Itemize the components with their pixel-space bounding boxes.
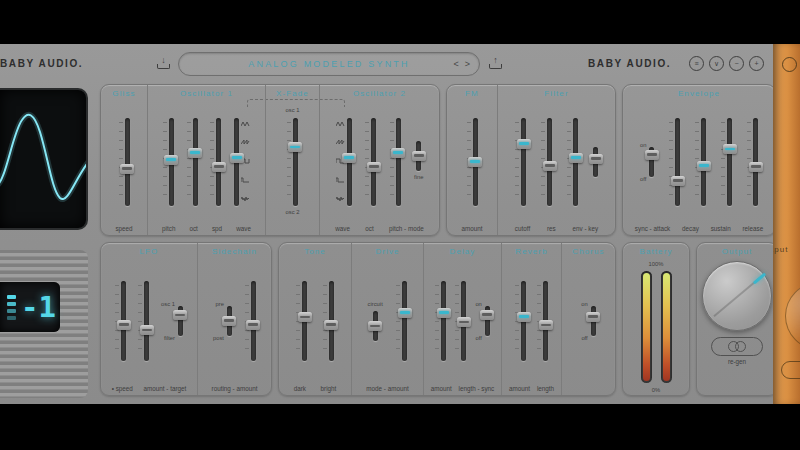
mode-cap[interactable] xyxy=(412,151,426,161)
speed-cap[interactable] xyxy=(120,164,134,174)
reverb-amount-slider[interactable] xyxy=(521,281,526,361)
bright-cap[interactable] xyxy=(324,320,338,330)
plus-icon[interactable]: + xyxy=(749,56,764,71)
osc1-wave-slider[interactable] xyxy=(234,118,239,206)
osc2-controls: fine xyxy=(320,102,439,221)
fm-amount-slider[interactable] xyxy=(473,118,478,206)
section-delay: Delayonoffamountlength - sync xyxy=(423,243,501,395)
reverb-length-slider[interactable] xyxy=(543,281,548,361)
osc1-pitch-slider[interactable] xyxy=(169,118,174,206)
filter-key-toggle[interactable] xyxy=(593,147,598,177)
length-cap[interactable] xyxy=(539,320,553,330)
osc2-oct-slider[interactable] xyxy=(371,118,376,206)
decay-cap[interactable] xyxy=(697,161,711,171)
envelope-sustain-slider[interactable] xyxy=(727,118,732,206)
share-icon[interactable]: ↑ xyxy=(489,55,502,69)
speed-cap[interactable] xyxy=(117,320,131,330)
section-filter: Filtercutoffresenv - key xyxy=(497,85,615,235)
spd-cap[interactable] xyxy=(212,162,226,172)
sync-side-labels: onoff xyxy=(475,301,481,341)
osc2-mode-control: fine xyxy=(414,141,423,183)
section-title: LFO xyxy=(101,243,197,260)
osc2-wave-slider[interactable] xyxy=(347,118,352,206)
lfo-speed-slider[interactable] xyxy=(121,281,126,361)
target-cap[interactable] xyxy=(173,310,187,320)
xfade-xfade-slider[interactable] xyxy=(293,118,298,206)
tick-marks xyxy=(390,122,394,202)
lfo-target-control: osc 1filter xyxy=(161,301,183,341)
amount-cap[interactable] xyxy=(398,308,412,318)
gliss-speed-slider[interactable] xyxy=(125,118,130,206)
drive-mode-toggle[interactable] xyxy=(373,311,378,341)
osc1-oct-slider[interactable] xyxy=(193,118,198,206)
filter-env-slider[interactable] xyxy=(573,118,578,206)
chorus-enable-toggle[interactable] xyxy=(591,306,596,336)
tone-bright-slider[interactable] xyxy=(329,281,334,361)
mode-cap[interactable] xyxy=(368,321,382,331)
routing-cap[interactable] xyxy=(222,316,236,326)
attack-cap[interactable] xyxy=(671,176,685,186)
drive-amount-slider[interactable] xyxy=(402,281,407,361)
lfo-amount-control xyxy=(138,281,149,361)
sync-cap[interactable] xyxy=(480,310,494,320)
amount-cap[interactable] xyxy=(517,312,531,322)
amount-cap[interactable] xyxy=(468,157,482,167)
osc2-mode-toggle[interactable] xyxy=(416,141,421,171)
osc1-spd-slider[interactable] xyxy=(216,118,221,206)
envelope-release-slider[interactable] xyxy=(753,118,758,206)
next-preset-button[interactable]: > xyxy=(465,59,470,69)
sidechain-routing-toggle[interactable] xyxy=(227,306,232,336)
minus-icon[interactable]: − xyxy=(729,56,744,71)
amount-cap[interactable] xyxy=(140,325,154,335)
res-cap[interactable] xyxy=(543,161,557,171)
oct-cap[interactable] xyxy=(188,148,202,158)
download-icon[interactable]: ↓ xyxy=(157,55,170,69)
reverb-amount-control xyxy=(515,281,526,361)
chevron-icon[interactable]: ∨ xyxy=(709,56,724,71)
sustain-cap[interactable] xyxy=(723,144,737,154)
section-title: Oscillator 2 xyxy=(320,85,439,102)
tick-marks xyxy=(187,122,191,202)
dark-cap[interactable] xyxy=(298,312,312,322)
amount-cap[interactable] xyxy=(246,320,260,330)
control-label: pitch - mode xyxy=(389,225,424,232)
output-box: Output re-gen xyxy=(696,242,778,396)
osc2-pitch-slider[interactable] xyxy=(396,118,401,206)
length-cap[interactable] xyxy=(457,317,471,327)
pitch-cap[interactable] xyxy=(164,155,178,165)
prev-preset-button[interactable]: < xyxy=(453,59,458,69)
tone-dark-slider[interactable] xyxy=(302,281,307,361)
osc2-pitch-control xyxy=(390,118,401,206)
amount-cap[interactable] xyxy=(437,308,451,318)
key-cap[interactable] xyxy=(589,154,603,164)
section-title: Reverb xyxy=(502,243,561,260)
lfo-amount-slider[interactable] xyxy=(144,281,149,361)
delay-amount-slider[interactable] xyxy=(441,281,446,361)
sidechain-amount-slider[interactable] xyxy=(251,281,256,361)
delay-length-slider[interactable] xyxy=(461,281,466,361)
delay-sync-toggle[interactable] xyxy=(485,306,490,336)
delay-sync-control: onoff xyxy=(475,301,489,341)
env-cap[interactable] xyxy=(569,153,583,163)
filter-res-slider[interactable] xyxy=(547,118,552,206)
envelope-attack-control xyxy=(669,118,680,206)
wave-cap[interactable] xyxy=(342,153,356,163)
lfo-target-toggle[interactable] xyxy=(178,306,183,336)
xfade-cap[interactable] xyxy=(288,142,302,152)
filter-cutoff-slider[interactable] xyxy=(521,118,526,206)
oct-cap[interactable] xyxy=(367,162,381,172)
output-knob[interactable] xyxy=(702,261,772,331)
preset-display[interactable]: ANALOG MODELED SYNTH < > xyxy=(178,52,480,76)
regen-button[interactable] xyxy=(711,337,763,356)
release-cap[interactable] xyxy=(749,162,763,172)
envelope-sync-toggle[interactable] xyxy=(649,147,654,177)
envelope-attack-slider[interactable] xyxy=(675,118,680,206)
envelope-decay-slider[interactable] xyxy=(701,118,706,206)
menu-icon[interactable]: ≡ xyxy=(689,56,704,71)
pitch-cap[interactable] xyxy=(391,148,405,158)
chorus-enable-control: onoff xyxy=(581,301,595,341)
sync-cap[interactable] xyxy=(645,150,659,160)
enable-cap[interactable] xyxy=(586,312,600,322)
cutoff-cap[interactable] xyxy=(517,139,531,149)
wave-cap[interactable] xyxy=(230,153,244,163)
